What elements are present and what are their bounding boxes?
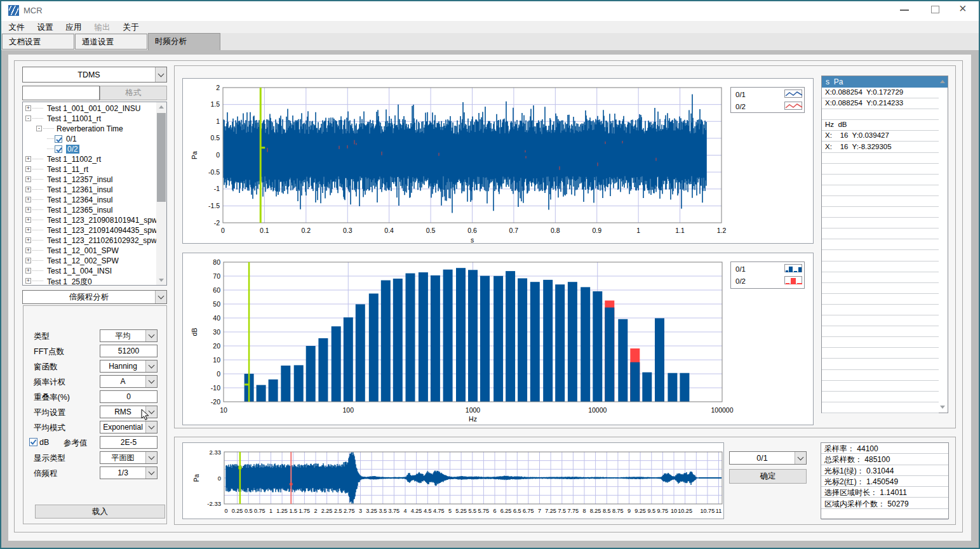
scroll-down-icon[interactable] (940, 406, 945, 409)
expand-icon[interactable]: + (25, 268, 31, 274)
expand-icon[interactable]: + (25, 258, 31, 263)
svg-text:1.5: 1.5 (210, 100, 220, 108)
tree-scrollbar[interactable] (156, 102, 166, 285)
chevron-down-icon[interactable] (145, 452, 157, 463)
tab-1[interactable]: 文档设置 (2, 34, 74, 50)
tree-item-label: Test 1_123_211026102932_spw (47, 236, 157, 245)
form-combo-3[interactable]: Hanning (100, 360, 158, 373)
checkbox-checked[interactable] (55, 135, 62, 143)
tree-item[interactable]: -Reverberation Time (23, 124, 156, 134)
cursor-readout-list[interactable]: s Pa X:0.088254 Y:0.172729X:0.088254 Y:0… (821, 76, 948, 413)
minimize-button[interactable] (900, 10, 909, 11)
expand-icon[interactable]: + (25, 105, 31, 111)
menu-item-1[interactable]: 文件 (4, 22, 29, 33)
readout-row: X:0.088254 Y:0.214233 (822, 98, 939, 109)
collapse-icon[interactable]: - (36, 126, 42, 131)
chevron-down-icon[interactable] (145, 360, 157, 372)
tab-2[interactable]: 通道设置 (75, 34, 147, 50)
tree-item[interactable]: +Test 1_123_210914094435_spw (23, 225, 156, 235)
expand-icon[interactable]: + (25, 278, 31, 284)
tree-item[interactable]: +Test 1_12357_insul (23, 175, 156, 185)
expand-icon[interactable]: + (25, 237, 31, 243)
chevron-down-icon[interactable] (145, 467, 157, 479)
svg-text:0: 0 (224, 508, 227, 514)
form-input-8[interactable]: 2E-5 (100, 436, 158, 449)
chevron-down-icon[interactable] (155, 67, 166, 82)
tree-item[interactable]: +Test 1_11002_rt (23, 154, 156, 164)
menu-item-4[interactable]: 输出 (90, 22, 115, 33)
form-combo-10[interactable]: 1/3 (100, 466, 158, 479)
collapse-icon[interactable]: - (25, 116, 31, 121)
tree-item[interactable]: +Test 1_12361_insul (23, 185, 156, 195)
svg-text:0.5: 0.5 (426, 227, 436, 234)
chevron-down-icon[interactable] (795, 452, 806, 464)
stats-box: 采样率： 44100总采样数： 485100光标1(绿)： 0.31044光标2… (821, 442, 949, 519)
tree-item[interactable]: +Test 1_12_002_SPW (23, 256, 156, 266)
tree-item[interactable]: +Test 1_12364_insul (23, 195, 156, 205)
form-input-2[interactable]: 51200 (100, 345, 158, 357)
tree-item[interactable]: +Test 1_001_001_002_INSU (23, 103, 156, 114)
tab-3[interactable]: 时频分析 (148, 33, 220, 50)
tree-item[interactable]: 0/2 (23, 144, 156, 154)
svg-text:0: 0 (221, 227, 225, 234)
form-input-5[interactable]: 0 (100, 390, 158, 403)
channel-combo[interactable]: 0/1 (729, 451, 807, 465)
tree-item-label: Test 1_12365_insul (47, 206, 112, 215)
readout-row: X:0.088254 Y:0.172729 (822, 88, 939, 98)
db-checkbox[interactable] (29, 438, 37, 446)
analysis-type-combo[interactable]: 倍频程分析 (22, 290, 167, 304)
menu-item-5[interactable]: 关于 (118, 22, 144, 33)
file-tree[interactable]: +Test 1_001_001_002_INSU-Test 1_11001_rt… (22, 102, 167, 286)
svg-text:1: 1 (216, 117, 220, 125)
tree-item[interactable]: +Test 1_123_211026102932_spw (23, 235, 156, 246)
expand-icon[interactable]: + (25, 176, 31, 182)
tree-item[interactable]: +Test 1_11_rt (23, 164, 156, 175)
readout-row (822, 218, 939, 228)
checkbox-checked[interactable] (55, 145, 62, 153)
svg-text:4.5: 4.5 (424, 508, 432, 514)
readout-row (822, 239, 939, 250)
readout-row (822, 370, 939, 381)
expand-icon[interactable]: + (25, 156, 31, 162)
tree-item[interactable]: -Test 1_11001_rt (23, 114, 156, 124)
confirm-button[interactable]: 确定 (729, 469, 807, 484)
menu-item-2[interactable]: 设置 (32, 22, 58, 33)
tree-item[interactable]: +Test 1_12365_insul (23, 205, 156, 215)
chevron-down-icon[interactable] (145, 376, 157, 387)
expand-icon[interactable]: + (25, 166, 31, 172)
svg-text:10000: 10000 (588, 406, 607, 414)
tree-item[interactable]: +Test 1_25度0 (23, 276, 156, 286)
tree-item[interactable]: +Test 1_1_004_INSI (23, 266, 156, 276)
spectrum-chart[interactable]: 1010010001000010000080706050403020100-10… (182, 253, 814, 425)
form-combo-9[interactable]: 平面图 (100, 451, 158, 464)
overview-chart[interactable]: 00.250.50.7511.251.51.7522.252.52.7533.2… (182, 442, 724, 519)
svg-text:Pa: Pa (191, 151, 198, 159)
expand-icon[interactable]: + (25, 207, 31, 213)
close-icon[interactable]: × (959, 1, 967, 16)
file-format-combo[interactable]: TDMS (22, 67, 167, 83)
svg-text:0.25: 0.25 (232, 508, 243, 514)
expand-icon[interactable]: + (25, 227, 31, 233)
expand-icon[interactable]: + (25, 197, 31, 202)
time-chart[interactable]: 00.10.20.30.40.50.60.70.80.911.11.221.51… (182, 78, 814, 244)
svg-text:30: 30 (213, 328, 220, 336)
format-button[interactable]: 格式 (100, 86, 167, 100)
filter-input[interactable] (22, 86, 100, 100)
svg-text:-10: -10 (211, 384, 220, 392)
form-combo-4[interactable]: A (100, 375, 158, 388)
menu-item-3[interactable]: 应用 (61, 22, 86, 33)
tree-item[interactable]: +Test 1_12_001_SPW (23, 246, 156, 256)
chevron-down-icon[interactable] (155, 291, 166, 303)
expand-icon[interactable]: + (25, 187, 31, 192)
tree-item[interactable]: 0/1 (23, 134, 156, 144)
load-button[interactable]: 载入 (35, 505, 165, 519)
scroll-up-icon[interactable] (940, 80, 945, 83)
tree-item[interactable]: +Test 1_123_210908101941_spw (23, 215, 156, 225)
maximize-button[interactable] (931, 6, 939, 13)
form-combo-1[interactable]: 平均 (100, 329, 158, 342)
expand-icon[interactable]: + (25, 248, 31, 253)
chevron-down-icon[interactable] (145, 330, 157, 341)
svg-text:0: 0 (217, 370, 220, 378)
readout-row (822, 359, 939, 370)
expand-icon[interactable]: + (25, 217, 31, 223)
